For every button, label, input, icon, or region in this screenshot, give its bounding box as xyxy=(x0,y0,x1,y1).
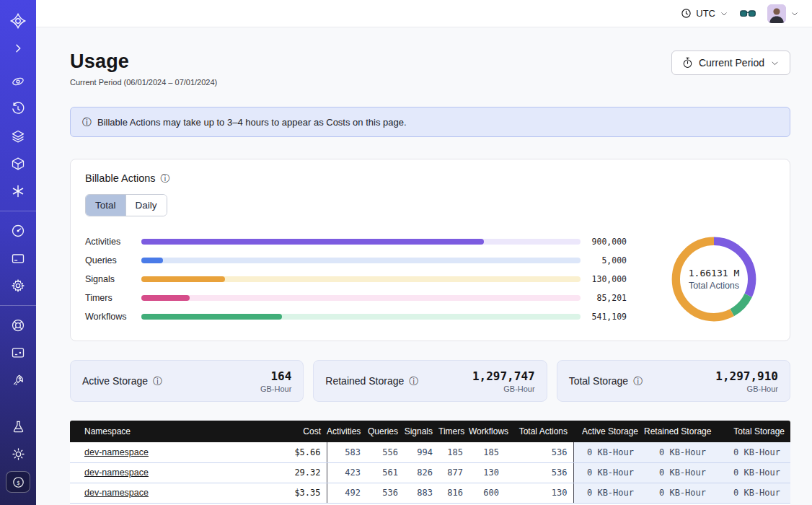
feedback-monitor-icon[interactable] xyxy=(0,343,36,363)
column-header-queries: Queries xyxy=(366,421,404,442)
cell-timers: 185 xyxy=(438,442,469,462)
column-header-total-actions: Total Actions xyxy=(505,421,573,442)
support-lifebuoy-icon[interactable] xyxy=(0,315,36,335)
table-row: dev-namespace29.324235618268771305360 KB… xyxy=(70,462,790,483)
namespace-link[interactable]: dev-namespace xyxy=(84,467,149,478)
table-row: dev-namespace$3.354925368838166001300 KB… xyxy=(70,483,790,503)
storage-card-value: 1,297,747 xyxy=(472,369,535,383)
column-header-workflows: Workflows xyxy=(469,421,505,442)
clock-icon xyxy=(681,8,692,19)
cell-total-actions: 536 xyxy=(505,442,573,462)
cell-total-storage: 0 KB-Hour xyxy=(716,442,790,462)
cell-workflows: 185 xyxy=(469,442,505,462)
donut-total-label: Total Actions xyxy=(689,281,739,291)
bar-track xyxy=(141,295,581,301)
labs-goggles-button[interactable] xyxy=(740,9,756,19)
billable-actions-card: Billable Actions ⓘ TotalDaily Activities… xyxy=(70,159,790,341)
cell-activities: 423 xyxy=(327,462,366,483)
cell-retained-storage: 0 KB-Hour xyxy=(644,483,716,503)
bar-category-label: Timers xyxy=(85,293,141,303)
asterisk-icon[interactable] xyxy=(0,181,36,201)
cell-signals: 994 xyxy=(404,442,438,462)
billable-actions-bar-chart: Activities 900,000 Queries 5,000 Signals… xyxy=(85,232,653,326)
tab-daily[interactable]: Daily xyxy=(125,195,167,216)
layers-icon[interactable] xyxy=(0,126,36,146)
bar-chart-row: Queries 5,000 xyxy=(85,251,627,270)
cell-signals: 883 xyxy=(404,483,438,503)
storage-card-unit: GB-Hour xyxy=(715,385,778,393)
cell-active-storage: 0 KB-Hour xyxy=(573,483,644,503)
rocket-icon[interactable] xyxy=(0,370,36,390)
cell-total-storage: 0 KB-Hour xyxy=(716,483,790,503)
cell-queries: 561 xyxy=(366,462,404,483)
info-icon[interactable]: ⓘ xyxy=(153,377,162,386)
bar-value: 900,000 xyxy=(581,237,627,247)
table-row: dev-namespace$5.665835569941851855360 KB… xyxy=(70,442,790,462)
bar-fill xyxy=(141,239,484,245)
timezone-selector[interactable]: UTC xyxy=(681,8,728,19)
bar-track xyxy=(141,276,581,282)
topbar: UTC xyxy=(36,0,812,27)
page-content: Usage Current Period (06/01/2024 – 07/01… xyxy=(36,27,812,505)
storage-card-label: Total Storage xyxy=(569,375,629,387)
bar-chart-row: Activities 900,000 xyxy=(85,232,627,251)
column-header-activities: Activities xyxy=(327,421,366,442)
cell-workflows: 600 xyxy=(469,483,505,503)
account-menu[interactable] xyxy=(767,4,799,23)
chevron-down-icon xyxy=(770,58,780,68)
bar-chart-row: Signals 130,000 xyxy=(85,270,627,289)
goggles-icon xyxy=(740,9,756,19)
cell-total-actions: 130 xyxy=(505,483,573,503)
usage-dollar-coin-icon[interactable]: $ xyxy=(6,471,30,493)
gauge-icon[interactable] xyxy=(0,221,36,241)
storage-card-label: Retained Storage xyxy=(325,375,404,387)
namespace-link[interactable]: dev-namespace xyxy=(84,488,149,498)
sidebar: $ xyxy=(0,0,36,505)
billing-card-icon[interactable] xyxy=(0,248,36,268)
table-header-row: NamespaceCostActivitiesQueriesSignalsTim… xyxy=(70,421,790,442)
cube-icon[interactable] xyxy=(0,154,36,174)
settings-gear-icon[interactable] xyxy=(0,276,36,296)
temporal-logo-icon[interactable] xyxy=(0,11,36,31)
period-selector-button[interactable]: Current Period xyxy=(671,50,790,75)
cell-namespace: dev-namespace xyxy=(70,462,252,483)
storage-card-label: Active Storage xyxy=(82,375,148,387)
cell-timers: 877 xyxy=(438,462,469,483)
sidebar-divider xyxy=(0,211,36,211)
storage-card-value: 1,297,910 xyxy=(715,369,778,383)
info-icon[interactable]: ⓘ xyxy=(161,174,170,183)
sidebar-divider xyxy=(0,305,36,306)
history-clock-icon[interactable] xyxy=(0,99,36,119)
bar-chart-row: Timers 85,201 xyxy=(85,289,627,307)
bar-value: 130,000 xyxy=(581,274,627,284)
theme-sun-icon[interactable] xyxy=(0,444,36,464)
page-title: Usage xyxy=(70,50,217,73)
namespace-link[interactable]: dev-namespace xyxy=(84,447,149,457)
cell-total-storage: 0 KB-Hour xyxy=(716,462,790,483)
lab-flask-icon[interactable] xyxy=(0,416,36,436)
cell-workflows: 130 xyxy=(469,462,505,483)
storage-summary-row: Active Storage ⓘ 164 GB-Hour Retained St… xyxy=(70,360,790,402)
info-icon[interactable]: ⓘ xyxy=(409,377,418,386)
cell-active-storage: 0 KB-Hour xyxy=(573,442,644,462)
cell-retained-storage: 0 KB-Hour xyxy=(644,462,716,483)
bar-track xyxy=(141,314,581,320)
info-icon[interactable]: ⓘ xyxy=(633,377,643,386)
storage-card-total-storage: Total Storage ⓘ 1,297,910 GB-Hour xyxy=(557,360,790,402)
billable-actions-title: Billable Actions xyxy=(85,172,156,184)
storage-card-value: 164 xyxy=(260,369,291,383)
cell-activities: 492 xyxy=(327,483,366,503)
cell-activities: 583 xyxy=(327,442,366,462)
cell-namespace: dev-namespace xyxy=(70,483,252,503)
cell-queries: 536 xyxy=(366,483,404,503)
sidebar-collapse-chevron-right-icon[interactable] xyxy=(0,38,36,58)
namespaces-icon[interactable] xyxy=(0,71,36,92)
column-header-cost: Cost xyxy=(252,421,327,442)
bar-value: 85,201 xyxy=(581,293,627,303)
cell-namespace: dev-namespace xyxy=(70,442,252,462)
chevron-down-icon xyxy=(790,9,799,18)
tab-total[interactable]: Total xyxy=(86,195,125,216)
storage-card-unit: GB-Hour xyxy=(472,385,535,393)
bar-category-label: Queries xyxy=(85,255,141,265)
cell-cost: 29.32 xyxy=(252,462,327,483)
